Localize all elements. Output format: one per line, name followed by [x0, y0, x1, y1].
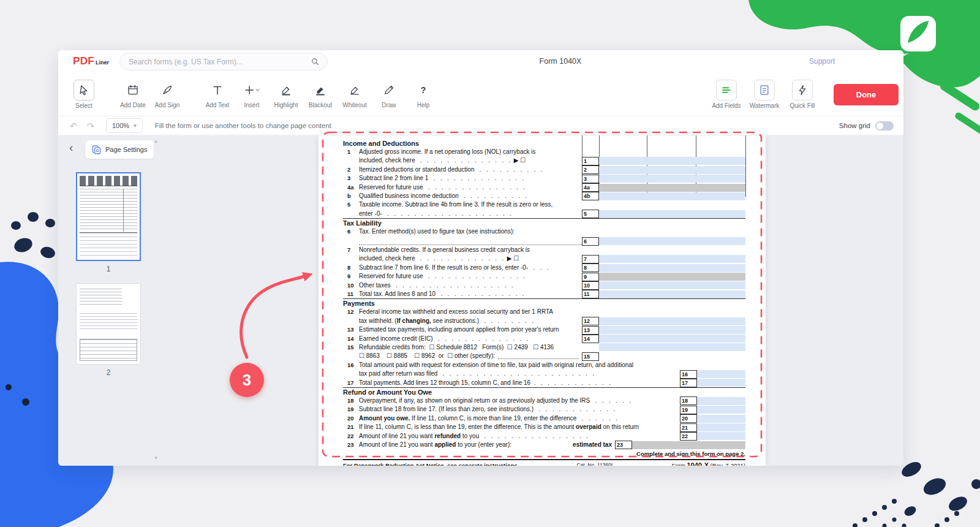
form-field-10[interactable]	[599, 281, 745, 289]
collapse-sidebar-icon[interactable]: ‹	[69, 142, 73, 153]
form-field-13[interactable]	[599, 326, 745, 334]
line-box: 5	[582, 210, 599, 218]
page-settings-label: Page Settings	[105, 146, 148, 153]
line-box: 17	[680, 379, 697, 387]
line-box: 2	[582, 165, 599, 174]
form-field-22[interactable]	[697, 432, 745, 440]
line-box: 12	[582, 317, 599, 325]
tool-label: Add Text	[206, 102, 230, 108]
tool-add-fields[interactable]: Add Fields	[707, 80, 745, 109]
form-field-8[interactable]	[599, 264, 745, 272]
page-thumbnail-1[interactable]	[76, 172, 141, 261]
form-field-5[interactable]	[599, 210, 745, 218]
zoom-select[interactable]: 100% ▾	[106, 118, 143, 133]
tool-insert[interactable]: Insert	[235, 80, 269, 108]
line-text: Taxable income. Subtract line 4b from li…	[359, 200, 582, 218]
done-button[interactable]: Done	[834, 84, 899, 105]
line-box: 3	[582, 175, 599, 183]
form-line: 7Nonrefundable credits. If a general bus…	[343, 246, 745, 264]
form-line: 6Tax. Enter method(s) used to figure tax…	[343, 227, 745, 246]
tool-quick-fill[interactable]: Quick Fill	[783, 80, 821, 109]
line-number: 5	[343, 200, 359, 218]
redo-icon[interactable]: ↷	[85, 121, 96, 131]
form-field-11[interactable]	[599, 290, 745, 298]
line-text: Overpayment, if any, as shown on origina…	[359, 396, 680, 405]
help-icon: ?	[417, 80, 429, 100]
form-field-7[interactable]	[599, 255, 745, 263]
tool-watermark[interactable]: Watermark	[745, 80, 783, 109]
line-text: Federal income tax withheld and excess s…	[359, 308, 582, 325]
form-line: bQualified business income deduction . .…	[343, 192, 745, 200]
support-link[interactable]: Support	[809, 50, 835, 73]
search-input[interactable]	[127, 57, 311, 67]
line-text: Subtract line 7 from line 6. If the resu…	[359, 264, 582, 272]
line-box: 23	[615, 441, 632, 449]
form-line: 20Amount you owe. If line 11, column C, …	[343, 414, 745, 423]
show-grid-toggle[interactable]	[875, 121, 894, 131]
undo-icon[interactable]: ↶	[68, 121, 79, 131]
form-field-17[interactable]	[697, 379, 745, 387]
quick-fill-icon	[792, 80, 813, 100]
form-field-16[interactable]	[697, 370, 745, 378]
line-text: Estimated tax payments, including amount…	[359, 325, 582, 334]
form-field-1[interactable]	[599, 157, 745, 165]
section-title: Payments	[343, 299, 745, 308]
tool-label: Insert	[244, 102, 259, 108]
scroll-down-icon[interactable]: ▾	[154, 455, 157, 461]
tool-add-date[interactable]: Add Date	[116, 80, 150, 108]
tool-label: Select	[75, 102, 92, 109]
form-field-19[interactable]	[697, 406, 745, 414]
form-field-3[interactable]	[599, 175, 745, 183]
step-number: 3	[243, 371, 251, 390]
tool-add-sign[interactable]: Add Sign	[150, 80, 184, 108]
line-number: 20	[343, 414, 359, 423]
form-field-6[interactable]	[599, 237, 745, 245]
tool-label: Add Date	[120, 102, 146, 108]
form-field-14[interactable]	[599, 335, 745, 343]
line-number: 21	[343, 423, 359, 431]
form-line: 13Estimated tax payments, including amou…	[343, 325, 745, 334]
form-field-2[interactable]	[599, 166, 745, 174]
line-box: 11	[582, 290, 599, 298]
highlight-icon	[280, 80, 292, 100]
thumbnail-item: 2	[76, 283, 141, 377]
page-settings-button[interactable]: Page Settings	[85, 140, 154, 159]
signature-icon	[161, 80, 173, 100]
insert-icon	[244, 80, 260, 100]
tool-label: Highlight	[274, 102, 298, 108]
tool-whiteout[interactable]: Whiteout	[337, 80, 372, 108]
form-field-21[interactable]	[697, 423, 745, 431]
scroll-up-icon[interactable]: ▴	[154, 138, 157, 144]
form-field-4b[interactable]	[599, 192, 745, 200]
tool-label: Blackout	[309, 102, 332, 108]
pdfliner-logo[interactable]: PDF Liner	[73, 55, 109, 67]
line-text: Reserved for future use . . . . . . . . …	[359, 183, 582, 192]
tool-add-text[interactable]: Add Text	[200, 80, 235, 108]
thumbnail-item: 1	[76, 172, 141, 273]
line-number: 16	[343, 361, 359, 379]
search-bar[interactable]	[119, 53, 328, 70]
text-icon	[211, 80, 224, 100]
line-number: 9	[343, 272, 359, 281]
form-field-20[interactable]	[697, 415, 745, 423]
form-field-15[interactable]	[599, 343, 745, 351]
tool-highlight[interactable]: Highlight	[269, 80, 303, 108]
tool-help[interactable]: ?Help	[406, 80, 440, 108]
line-number: 8	[343, 264, 359, 272]
line-text: Total tax. Add lines 8 and 10 . . . . . …	[359, 290, 582, 298]
chevron-down-icon: ▾	[134, 123, 137, 129]
tool-blackout[interactable]: Blackout	[303, 80, 337, 108]
line-box: 14	[582, 335, 599, 343]
tool-draw[interactable]: Draw	[372, 80, 406, 108]
form-line: 8Subtract line 7 from line 6. If the res…	[343, 264, 745, 272]
sub-toolbar: ↶ ↷ 100% ▾ Fill the form or use another …	[58, 116, 903, 135]
tool-label: Whiteout	[342, 102, 366, 108]
tool-label: Draw	[382, 102, 396, 108]
line-box: 21	[680, 423, 697, 432]
tool-select[interactable]: Select	[67, 80, 101, 109]
page-thumbnail-2[interactable]	[76, 283, 141, 365]
form-complete-note: Complete and sign this form on page 2.	[343, 450, 745, 458]
form-field-12[interactable]	[599, 317, 745, 325]
toolbar-hint-text: Fill the form or use another tools to ch…	[155, 122, 331, 129]
form-field-18[interactable]	[697, 397, 745, 405]
